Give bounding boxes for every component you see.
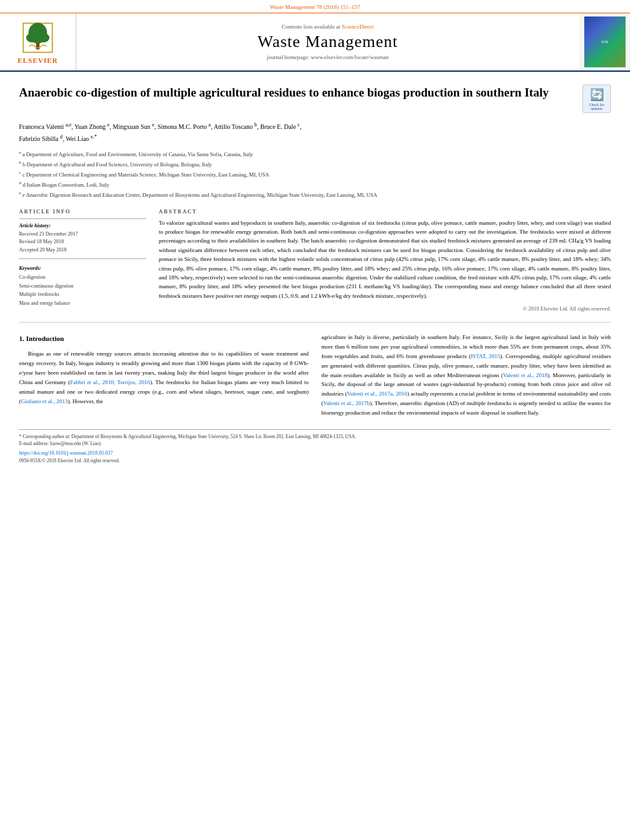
keyword-1: Co-digestion <box>19 273 146 282</box>
valenti2018-ref-link[interactable]: Valenti et al., 2018 <box>503 372 547 378</box>
introduction-section: 1. Introduction Biogas as one of renewab… <box>19 333 611 423</box>
email-note: E-mail address: liaow@msu.edu (W. Liao). <box>19 440 611 447</box>
svg-point-3 <box>26 33 37 43</box>
abstract-text: To valorize agricultural wastes and bypr… <box>159 218 611 301</box>
issn-line: 0956-053X/© 2018 Elsevier Ltd. All right… <box>19 457 611 464</box>
affil-b: b b Department of Agricultural and Food … <box>19 159 611 169</box>
abstract-column: ABSTRACT To valorize agricultural wastes… <box>159 208 611 312</box>
accepted-date: Accepted 20 May 2018 <box>19 246 146 255</box>
article-title-wrapper: Anaerobic co-digestion of multiple agric… <box>19 84 573 109</box>
abstract-heading: ABSTRACT <box>159 208 611 215</box>
intro-paragraph-2: agriculture in Italy is diverse, particu… <box>321 333 611 418</box>
journal-ref-text: Waste Management 78 (2018) 151–157 <box>270 4 360 10</box>
giuliano-ref-link[interactable]: Giuliano et al., 2013 <box>21 398 68 404</box>
keyword-4: Mass and energy balance <box>19 299 146 308</box>
copyright-line: © 2018 Elsevier Ltd. All rights reserved… <box>159 305 611 312</box>
check-updates-label: Check for updates <box>583 103 610 110</box>
article-history-box: Article history: Received 23 December 20… <box>19 218 146 259</box>
revised-date: Revised 18 May 2018 <box>19 238 146 246</box>
check-updates-badge: 🔄 Check for updates <box>582 84 611 113</box>
introduction-columns: 1. Introduction Biogas as one of renewab… <box>19 333 611 423</box>
keyword-3: Multiple feedstocks <box>19 290 146 299</box>
intro-col-left: 1. Introduction Biogas as one of renewab… <box>19 333 309 423</box>
doi-link[interactable]: https://doi.org/10.1016/j.wasman.2018.05… <box>19 450 113 456</box>
authors-text: Francesca Valenti a,e, Yuan Zhong e, Min… <box>19 123 302 142</box>
svg-point-4 <box>37 33 49 43</box>
intro-heading: 1. Introduction <box>19 333 309 344</box>
elsevier-brand-text: ELSEVIER <box>18 57 58 64</box>
keywords-section: Keywords: Co-digestion Semi-continuous d… <box>19 265 146 307</box>
journal-reference-bar: Waste Management 78 (2018) 151–157 <box>0 0 630 13</box>
journal-cover-area: WM <box>579 13 630 70</box>
footer-notes: * Corresponding author at: Department of… <box>19 429 611 465</box>
sciencedirect-anchor[interactable]: ScienceDirect <box>342 23 373 30</box>
keywords-list: Co-digestion Semi-continuous digestion M… <box>19 273 146 307</box>
doi-line: https://doi.org/10.1016/j.wasman.2018.05… <box>19 450 611 457</box>
history-dates: Received 23 December 2017 Revised 18 May… <box>19 230 146 255</box>
article-info-column: ARTICLE INFO Article history: Received 2… <box>19 208 146 312</box>
sciencedirect-link[interactable]: Contents lists available at ScienceDirec… <box>282 23 374 30</box>
elsevier-tree-icon <box>20 20 55 55</box>
article-content: Anaerobic co-digestion of multiple agric… <box>0 72 630 477</box>
check-updates-icon: 🔄 <box>590 88 604 102</box>
affil-e: e e Anaerobic Digestion Research and Edu… <box>19 190 611 199</box>
elsevier-logo: ELSEVIER <box>18 20 58 64</box>
journal-title-area: Contents lists available at ScienceDirec… <box>76 13 579 70</box>
article-info-heading: ARTICLE INFO <box>19 208 146 215</box>
journal-header: ELSEVIER Contents lists available at Sci… <box>0 13 630 72</box>
section-divider <box>19 322 611 323</box>
istat-ref-link[interactable]: ISTAT, 2015 <box>471 353 500 359</box>
affil-d: d d Italian Biogas Consortium, Lodi, Ita… <box>19 180 611 189</box>
history-label: Article history: <box>19 223 146 229</box>
valenti2017b-ref-link[interactable]: Valenti et al., 2017b <box>323 400 370 406</box>
valenti2017a-ref-link[interactable]: Valenti et al., 2017a, 2016 <box>347 390 407 397</box>
journal-homepage: journal homepage: www.elsevier.com/locat… <box>267 54 389 60</box>
keywords-label: Keywords: <box>19 265 146 271</box>
affil-c: c c Department of Chemical Engineering a… <box>19 170 611 179</box>
article-title: Anaerobic co-digestion of multiple agric… <box>19 84 573 101</box>
elsevier-logo-area: ELSEVIER <box>0 13 76 70</box>
article-info-abstract-section: ARTICLE INFO Article history: Received 2… <box>19 208 611 312</box>
authors-line: Francesca Valenti a,e, Yuan Zhong e, Min… <box>19 121 611 144</box>
intro-col-right: agriculture in Italy is diverse, particu… <box>321 333 611 423</box>
affiliations: a a Department of Agriculture, Food and … <box>19 149 611 199</box>
journal-title: Waste Management <box>257 32 398 51</box>
journal-cover-image: WM <box>584 17 626 67</box>
fabbri-ref-link[interactable]: Fabbri et al., 2010; Torrijos, 2016 <box>70 379 150 385</box>
page: Waste Management 78 (2018) 151–157 ELSEV… <box>0 0 630 840</box>
received-date: Received 23 December 2017 <box>19 230 146 239</box>
article-title-section: Anaerobic co-digestion of multiple agric… <box>19 84 611 113</box>
corresponding-note: * Corresponding author at: Department of… <box>19 433 611 440</box>
contents-label: Contents lists available at <box>282 23 340 30</box>
affil-a: a a Department of Agriculture, Food and … <box>19 149 611 159</box>
keyword-2: Semi-continuous digestion <box>19 282 146 291</box>
intro-paragraph-1: Biogas as one of renewable energy source… <box>19 349 309 406</box>
